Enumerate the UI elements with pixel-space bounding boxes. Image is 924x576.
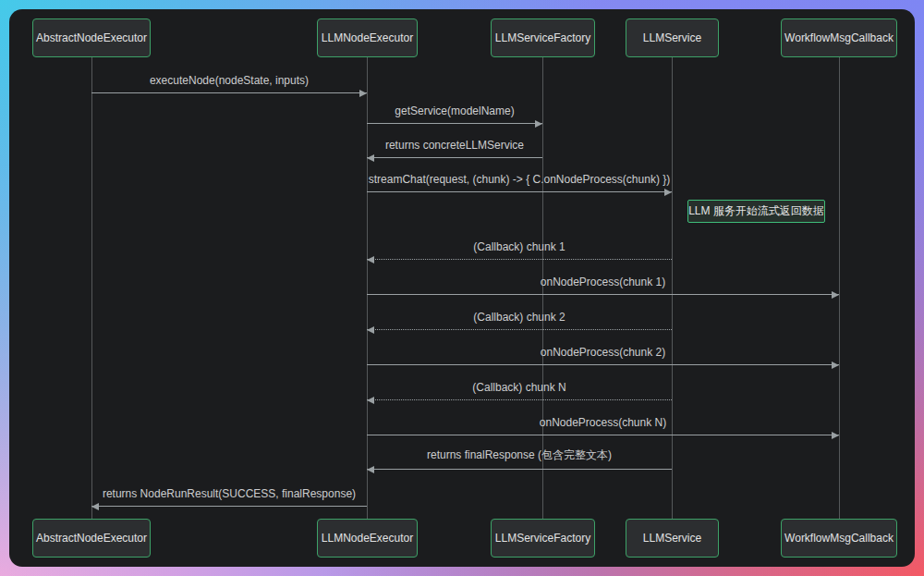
arrowhead-left-icon [91, 503, 99, 510]
message-label: (Callback) chunk 1 [367, 240, 672, 253]
message-label: streamChat(request, (chunk) -> { C.onNod… [367, 173, 672, 186]
arrowhead-left-icon [367, 154, 374, 162]
participant-top-llmnodeexecutor: LLMNodeExecutor [317, 18, 418, 57]
message-callback-chunk-2: (Callback) chunk 2 [367, 301, 672, 330]
message-onnodeprocess-chunk-1: onNodeProcess(chunk 1) [367, 266, 839, 295]
message-label: executeNode(nodeState, inputs) [91, 74, 367, 87]
message-getservice: getService(modelName) [367, 95, 542, 124]
participant-bottom-abstractnodeexecutor: AbstractNodeExecutor [32, 519, 151, 558]
participant-top-abstractnodeexecutor: AbstractNodeExecutor [32, 18, 151, 57]
participant-top-llmservice: LLMService [626, 18, 719, 57]
participant-top-llmservicefactory: LLMServiceFactory [491, 18, 595, 57]
message-label: onNodeProcess(chunk N) [367, 416, 839, 429]
message-arrow-line [367, 329, 672, 330]
message-arrow-line [367, 157, 542, 158]
arrowhead-right-icon [832, 362, 839, 369]
message-label: onNodeProcess(chunk 1) [367, 276, 839, 288]
participant-bottom-llmservicefactory: LLMServiceFactory [491, 519, 595, 558]
message-label: returns NodeRunResult(SUCCESS, finalResp… [91, 487, 367, 500]
message-callback-chunk-1: (Callback) chunk 1 [367, 231, 672, 260]
arrowhead-right-icon [832, 291, 839, 299]
arrowhead-right-icon [535, 120, 542, 128]
note-llm-streaming: LLM 服务开始流式返回数据 [687, 200, 825, 223]
arrowhead-left-icon [367, 397, 374, 404]
message-label: (Callback) chunk 2 [367, 311, 672, 324]
message-executenode: executeNode(nodeState, inputs) [91, 65, 367, 93]
participant-bottom-llmnodeexecutor: LLMNodeExecutor [317, 519, 418, 558]
message-label: returns concreteLLMService [367, 139, 542, 152]
participant-top-workflowmsgcallback: WorkflowMsgCallback [781, 18, 897, 57]
message-callback-chunk-n: (Callback) chunk N [367, 372, 672, 400]
message-label: (Callback) chunk N [367, 381, 672, 394]
arrowhead-left-icon [367, 256, 374, 263]
message-streamchat: streamChat(request, (chunk) -> { C.onNod… [367, 164, 672, 192]
sequence-diagram: AbstractNodeExecutor LLMNodeExecutor LLM… [0, 0, 924, 576]
message-label: returns finalResponse (包含完整文本) [367, 447, 672, 463]
lifeline-workflowmsgcallback [839, 57, 840, 519]
arrowhead-right-icon [832, 432, 839, 439]
message-returns-finalresponse: returns finalResponse (包含完整文本) [367, 441, 672, 470]
arrowhead-right-icon [359, 90, 367, 97]
message-label: onNodeProcess(chunk 2) [367, 346, 839, 359]
message-arrow-line [91, 92, 367, 93]
message-arrow-line [367, 399, 672, 400]
message-onnodeprocess-chunk-n: onNodeProcess(chunk N) [367, 407, 839, 435]
message-arrow-line [91, 506, 367, 507]
message-label: getService(modelName) [367, 104, 542, 117]
message-returns-concretellmservice: returns concreteLLMService [367, 129, 542, 158]
message-arrow-line [367, 123, 542, 124]
arrowhead-left-icon [367, 326, 374, 334]
arrowhead-left-icon [367, 466, 374, 473]
message-arrow-line [367, 294, 839, 295]
participant-bottom-llmservice: LLMService [626, 519, 719, 558]
lifeline-abstractnodeexecutor [91, 57, 92, 519]
message-arrow-line [367, 364, 839, 365]
message-arrow-line [367, 259, 672, 260]
message-arrow-line [367, 435, 839, 435]
message-returns-noderunresult: returns NodeRunResult(SUCCESS, finalResp… [91, 478, 367, 507]
participant-bottom-workflowmsgcallback: WorkflowMsgCallback [781, 519, 897, 558]
arrowhead-right-icon [664, 189, 672, 196]
message-arrow-line [367, 191, 672, 192]
message-arrow-line [367, 469, 672, 470]
message-onnodeprocess-chunk-2: onNodeProcess(chunk 2) [367, 337, 839, 365]
